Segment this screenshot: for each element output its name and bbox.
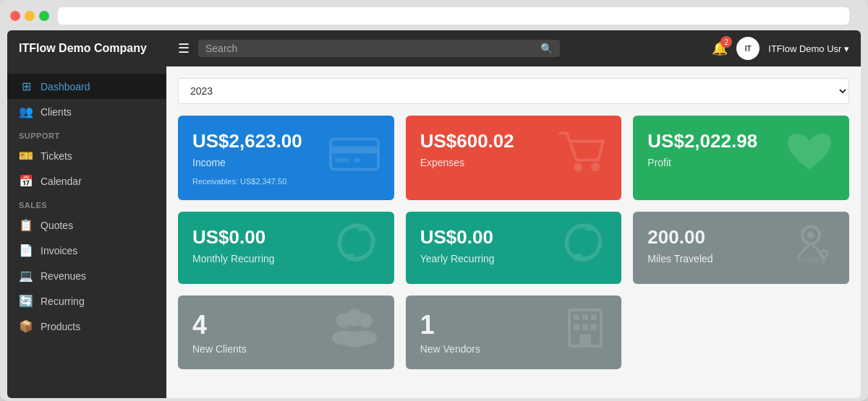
svg-point-11 [807, 232, 814, 239]
avatar: IT [736, 37, 760, 60]
notifications-button[interactable]: 🔔 2 [712, 40, 728, 56]
sidebar-item-calendar[interactable]: 📅 Calendar [7, 168, 166, 194]
brand-name: ITFlow Demo Company [19, 42, 178, 55]
search-input[interactable] [205, 43, 540, 54]
sidebar-item-label: Calendar [41, 176, 82, 187]
new-vendors-card: 1 New Vendors [406, 296, 622, 369]
browser-window: ITFlow Demo Company ☰ 🔍 🔔 2 IT ITFlow De… [0, 0, 868, 401]
products-icon: 📦 [19, 319, 33, 333]
main-area: ⊞ Dashboard 👥 Clients SUPPORT 🎫 Tickets … [7, 66, 861, 398]
svg-rect-22 [582, 314, 588, 320]
svg-rect-3 [354, 158, 361, 162]
refresh-icon-2 [560, 220, 607, 277]
svg-rect-23 [591, 314, 597, 320]
income-card: US$2,623.00 Income Receivables: US$2,347… [178, 116, 394, 200]
cart-icon [556, 129, 607, 186]
svg-point-19 [340, 332, 369, 348]
sidebar-item-label: Revenues [41, 270, 86, 282]
sidebar-section-sales: SALES [7, 194, 166, 212]
svg-point-16 [346, 309, 363, 327]
url-bar[interactable] [58, 7, 849, 25]
sidebar-item-products[interactable]: 📦 Products [7, 314, 166, 339]
svg-rect-2 [335, 158, 349, 162]
search-icon: 🔍 [540, 43, 553, 54]
map-pin-icon [788, 220, 835, 277]
group-icon [329, 308, 380, 358]
svg-rect-24 [574, 324, 579, 330]
dashboard-icon: ⊞ [19, 79, 33, 93]
heart-icon [784, 129, 835, 186]
search-bar[interactable]: 🔍 [198, 40, 560, 57]
revenues-icon: 💻 [19, 269, 33, 283]
dashboard-grid-bottom: 4 New Clients [178, 296, 849, 369]
recurring-icon: 🔄 [19, 294, 33, 308]
svg-point-5 [591, 163, 600, 171]
svg-rect-21 [574, 314, 579, 320]
dashboard-grid-top: US$2,623.00 Income Receivables: US$2,347… [178, 116, 849, 284]
browser-titlebar [7, 7, 861, 25]
empty-cell [633, 296, 849, 369]
sidebar-item-label: Products [41, 321, 80, 332]
browser-buttons [10, 11, 49, 21]
quotes-icon: 📋 [19, 218, 33, 232]
svg-rect-1 [331, 146, 378, 153]
svg-rect-27 [579, 335, 591, 346]
sidebar-item-label: Quotes [41, 220, 73, 231]
tickets-icon: 🎫 [19, 149, 33, 163]
svg-point-4 [574, 163, 582, 171]
calendar-icon: 📅 [19, 174, 33, 188]
refresh-icon [333, 220, 380, 277]
year-select-wrapper: 2023 2022 2021 [178, 78, 849, 104]
app-container: ITFlow Demo Company ☰ 🔍 🔔 2 IT ITFlow De… [7, 30, 861, 398]
sidebar-item-dashboard[interactable]: ⊞ Dashboard [7, 74, 166, 99]
menu-toggle-icon[interactable]: ☰ [178, 40, 190, 56]
svg-rect-25 [582, 324, 588, 330]
year-select[interactable]: 2023 2022 2021 [178, 78, 849, 104]
sidebar-item-clients[interactable]: 👥 Clients [7, 99, 166, 124]
avatar-initials: IT [745, 45, 752, 53]
user-menu[interactable]: ITFlow Demo Usr ▾ [768, 43, 849, 54]
sidebar-section-support: SUPPORT [7, 124, 166, 143]
miles-traveled-card: 200.00 Miles Traveled [633, 212, 849, 284]
maximize-btn[interactable] [39, 11, 49, 21]
close-btn[interactable] [10, 11, 20, 21]
sidebar-item-quotes[interactable]: 📋 Quotes [7, 212, 166, 238]
top-navbar: ITFlow Demo Company ☰ 🔍 🔔 2 IT ITFlow De… [7, 30, 861, 66]
monthly-recurring-card: US$0.00 Monthly Recurring [178, 212, 394, 284]
yearly-recurring-card: US$0.00 Yearly Recurring [406, 212, 622, 284]
sidebar-item-label: Recurring [41, 296, 85, 307]
sidebar-item-revenues[interactable]: 💻 Revenues [7, 263, 166, 288]
svg-rect-26 [591, 324, 597, 330]
sidebar-item-label: Invoices [41, 245, 77, 256]
sidebar: ⊞ Dashboard 👥 Clients SUPPORT 🎫 Tickets … [7, 66, 166, 398]
profit-card: US$2,022.98 Profit [633, 116, 849, 200]
building-icon [563, 306, 607, 359]
notification-badge: 2 [720, 36, 732, 48]
sidebar-item-invoices[interactable]: 📄 Invoices [7, 238, 166, 263]
svg-point-12 [798, 257, 824, 263]
expenses-card: US$600.02 Expenses [406, 116, 622, 200]
svg-rect-0 [331, 139, 378, 169]
sidebar-item-label: Clients [41, 106, 72, 118]
navbar-right: 🔔 2 IT ITFlow Demo Usr ▾ [712, 37, 849, 60]
svg-point-13 [820, 251, 827, 258]
minimize-btn[interactable] [25, 11, 35, 21]
sidebar-item-recurring[interactable]: 🔄 Recurring [7, 288, 166, 314]
new-clients-card: 4 New Clients [178, 296, 394, 369]
main-content: 2023 2022 2021 US$2,623.00 Income Receiv… [166, 66, 861, 398]
sidebar-item-tickets[interactable]: 🎫 Tickets [7, 143, 166, 168]
sidebar-item-label: Tickets [41, 150, 72, 162]
clients-icon: 👥 [19, 105, 33, 118]
credit-card-icon [329, 133, 380, 183]
sidebar-item-label: Dashboard [41, 81, 90, 92]
invoices-icon: 📄 [19, 243, 33, 257]
